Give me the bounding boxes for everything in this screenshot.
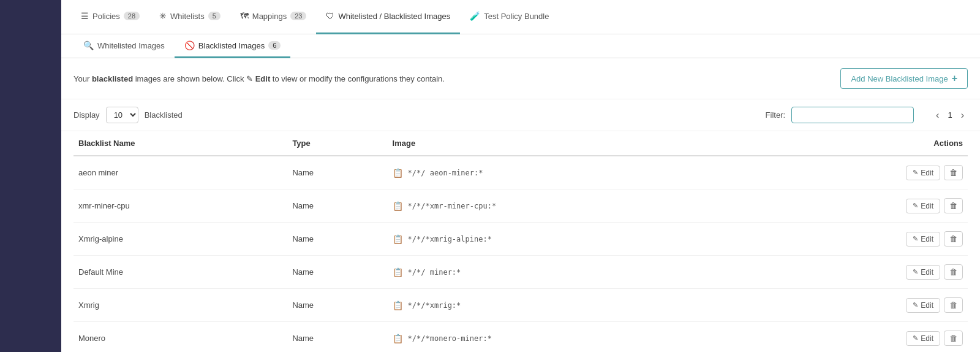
cell-name-3: Default Mine xyxy=(74,256,287,289)
tab-whitelists[interactable]: ✳ Whitelists 5 xyxy=(149,0,230,34)
edit-label-5: Edit xyxy=(921,334,933,343)
tab-whitelisted-blacklisted[interactable]: 🛡 Whitelisted / Blacklisted Images xyxy=(316,0,460,34)
blacklisted-icon: 🚫 xyxy=(184,40,195,50)
tab-test-policy[interactable]: 🧪 Test Policy Bundle xyxy=(460,0,559,34)
image-value-3: */*/ miner:* xyxy=(408,268,461,277)
cell-name-1: xmr-miner-cpu xyxy=(74,189,287,223)
cell-type-5: Name xyxy=(287,322,387,353)
tab-policies-badge: 28 xyxy=(124,12,140,20)
copy-icon-1: 📋 xyxy=(393,201,403,211)
pagination: ‹ 1 › xyxy=(932,109,968,122)
prev-page-button[interactable]: ‹ xyxy=(932,109,943,122)
edit-icon-5: ✎ xyxy=(913,334,918,342)
edit-button-5[interactable]: ✎ Edit xyxy=(906,331,940,346)
plus-icon: + xyxy=(952,73,957,84)
top-nav: ☰ Policies 28 ✳ Whitelists 5 🗺 Mappings … xyxy=(61,0,980,34)
image-value-5: */*/*monero-miner:* xyxy=(408,334,492,343)
edit-label-4: Edit xyxy=(921,301,933,310)
cell-name-2: Xmrig-alpine xyxy=(74,223,287,256)
cell-name-4: Xmrig xyxy=(74,289,287,322)
image-value-0: */*/ aeon-miner:* xyxy=(408,169,483,177)
sub-tab-blacklisted-badge: 6 xyxy=(268,41,281,50)
whitelisted-icon: 🔍 xyxy=(83,40,94,50)
trash-icon-3: 🗑 xyxy=(949,267,957,277)
edit-button-0[interactable]: ✎ Edit xyxy=(906,166,940,180)
edit-word: Edit xyxy=(255,74,271,83)
tab-mappings[interactable]: 🗺 Mappings 23 xyxy=(230,0,317,34)
cell-image-3: 📋 */*/ miner:* xyxy=(388,256,753,289)
cell-type-1: Name xyxy=(287,189,387,223)
filter-row: Display 10 25 50 Blacklisted Filter: ‹ 1… xyxy=(61,99,980,131)
edit-icon-3: ✎ xyxy=(913,268,918,276)
edit-icon-1: ✎ xyxy=(913,202,918,210)
toolbar-row: Your blacklisted images are shown below.… xyxy=(61,58,980,99)
cell-type-4: Name xyxy=(287,289,387,322)
cell-actions-0: ✎ Edit 🗑 xyxy=(753,156,968,189)
table-row: xmr-miner-cpu Name 📋 */*/*xmr-miner-cpu:… xyxy=(74,189,968,223)
table-row: aeon miner Name 📋 */*/ aeon-miner:* ✎ Ed… xyxy=(74,156,968,189)
copy-icon-3: 📋 xyxy=(393,267,403,277)
blacklisted-label: Blacklisted xyxy=(145,110,183,120)
edit-button-1[interactable]: ✎ Edit xyxy=(906,199,940,213)
cell-actions-3: ✎ Edit 🗑 xyxy=(753,256,968,289)
tab-policies-label: Policies xyxy=(92,12,120,21)
delete-button-5[interactable]: 🗑 xyxy=(944,331,963,346)
display-select[interactable]: 10 25 50 xyxy=(106,107,138,123)
tab-whitelists-badge: 5 xyxy=(208,12,221,20)
image-value-4: */*/*xmrig:* xyxy=(408,301,461,310)
col-header-type: Type xyxy=(287,131,387,156)
sidebar xyxy=(0,0,61,352)
edit-label-2: Edit xyxy=(921,235,933,243)
asterisk-icon: ✳ xyxy=(159,11,167,21)
table-row: Default Mine Name 📋 */*/ miner:* ✎ Edit … xyxy=(74,256,968,289)
cell-actions-5: ✎ Edit 🗑 xyxy=(753,322,968,353)
copy-icon-5: 📋 xyxy=(393,334,403,343)
sub-tab-whitelisted[interactable]: 🔍 Whitelisted Images xyxy=(74,34,175,58)
delete-button-1[interactable]: 🗑 xyxy=(944,198,963,213)
cell-name-0: aeon miner xyxy=(74,156,287,189)
cell-image-2: 📋 */*/*xmrig-alpine:* xyxy=(388,223,753,256)
table-container: Blacklist Name Type Image Actions aeon m… xyxy=(61,131,980,352)
edit-button-4[interactable]: ✎ Edit xyxy=(906,298,940,313)
image-value-2: */*/*xmrig-alpine:* xyxy=(408,235,492,243)
main-content: ☰ Policies 28 ✳ Whitelists 5 🗺 Mappings … xyxy=(61,0,980,352)
image-value-1: */*/*xmr-miner-cpu:* xyxy=(408,202,497,210)
table-row: Xmrig-alpine Name 📋 */*/*xmrig-alpine:* … xyxy=(74,223,968,256)
next-page-button[interactable]: › xyxy=(957,109,968,122)
flask-icon: 🧪 xyxy=(470,11,480,21)
edit-icon-2: ✎ xyxy=(913,235,918,243)
sub-tabs: 🔍 Whitelisted Images 🚫 Blacklisted Image… xyxy=(61,34,980,58)
filter-input[interactable] xyxy=(791,107,914,123)
filter-label: Filter: xyxy=(766,110,786,120)
table-header-row: Blacklist Name Type Image Actions xyxy=(74,131,968,156)
edit-label-3: Edit xyxy=(921,268,933,277)
edit-icon-4: ✎ xyxy=(913,301,918,309)
list-icon: ☰ xyxy=(81,11,89,21)
delete-button-0[interactable]: 🗑 xyxy=(944,165,963,180)
delete-button-3[interactable]: 🗑 xyxy=(944,264,963,280)
edit-button-2[interactable]: ✎ Edit xyxy=(906,232,940,247)
toolbar-description: Your blacklisted images are shown below.… xyxy=(74,74,445,83)
edit-label-1: Edit xyxy=(921,202,933,210)
delete-button-4[interactable]: 🗑 xyxy=(944,297,963,313)
copy-icon-2: 📋 xyxy=(393,234,403,244)
blacklisted-bold: blacklisted xyxy=(92,74,133,83)
sub-tab-blacklisted[interactable]: 🚫 Blacklisted Images 6 xyxy=(175,34,291,58)
cell-type-0: Name xyxy=(287,156,387,189)
cell-name-5: Monero xyxy=(74,322,287,353)
delete-button-2[interactable]: 🗑 xyxy=(944,231,963,247)
trash-icon-1: 🗑 xyxy=(949,201,957,210)
col-header-actions: Actions xyxy=(753,131,968,156)
cell-type-2: Name xyxy=(287,223,387,256)
table-row: Xmrig Name 📋 */*/*xmrig:* ✎ Edit 🗑 xyxy=(74,289,968,322)
edit-button-3[interactable]: ✎ Edit xyxy=(906,265,940,280)
cell-actions-2: ✎ Edit 🗑 xyxy=(753,223,968,256)
cell-image-5: 📋 */*/*monero-miner:* xyxy=(388,322,753,353)
add-blacklisted-image-button[interactable]: Add New Blacklisted Image + xyxy=(840,68,968,89)
display-label: Display xyxy=(74,110,100,120)
tab-policies[interactable]: ☰ Policies 28 xyxy=(71,0,149,34)
cell-actions-4: ✎ Edit 🗑 xyxy=(753,289,968,322)
mappings-icon: 🗺 xyxy=(240,11,249,21)
current-page: 1 xyxy=(948,110,952,120)
sub-tab-blacklisted-label: Blacklisted Images xyxy=(198,41,265,50)
